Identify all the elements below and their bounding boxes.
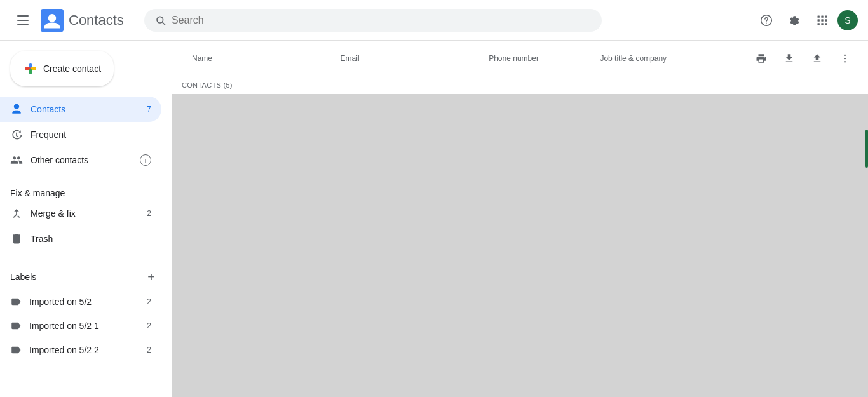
create-contact-button[interactable]: Create contact	[10, 51, 114, 86]
header-actions	[749, 46, 858, 71]
print-button[interactable]	[749, 46, 774, 71]
sidebar-item-trash[interactable]: Trash	[0, 226, 161, 252]
label-icon-1	[10, 296, 22, 307]
plus-colored-icon	[23, 61, 38, 76]
svg-rect-11	[821, 23, 823, 25]
labels-section-title: Labels +	[0, 257, 172, 290]
contacts-section-label: CONTACTS (5)	[172, 76, 868, 94]
fix-manage-section-title: Fix & manage	[0, 178, 172, 201]
sidebar-item-other-contacts-label: Other contacts	[31, 155, 130, 165]
sidebar: Create contact Contacts 7 Frequent Other…	[0, 41, 172, 397]
other-contacts-icon	[10, 154, 23, 166]
more-options-button[interactable]	[832, 46, 858, 71]
label-count-2: 2	[147, 321, 151, 330]
help-icon	[760, 14, 773, 27]
label-name-3: Imported on 5/2 2	[29, 345, 139, 355]
svg-rect-9	[825, 19, 827, 21]
main-layout: Create contact Contacts 7 Frequent Other…	[0, 41, 868, 397]
contacts-logo-icon	[41, 9, 64, 32]
plus-icon	[23, 61, 38, 76]
topbar: Contacts	[0, 0, 868, 41]
app-name: Contacts	[69, 12, 124, 29]
label-icon-3	[10, 344, 22, 356]
col-header-email: Email	[341, 54, 489, 63]
sidebar-item-frequent-label: Frequent	[31, 130, 151, 140]
search-icon	[154, 14, 166, 27]
svg-point-3	[766, 22, 766, 23]
svg-rect-10	[818, 23, 820, 25]
settings-button[interactable]	[782, 8, 807, 33]
user-avatar[interactable]: S	[837, 10, 858, 30]
download-icon	[783, 53, 795, 64]
svg-rect-18	[29, 69, 32, 74]
sidebar-item-label-3[interactable]: Imported on 5/2 2 2	[0, 338, 161, 362]
label-icon-2	[10, 320, 22, 332]
sidebar-item-other-contacts[interactable]: Other contacts i	[0, 147, 161, 173]
scroll-indicator	[865, 130, 868, 168]
svg-rect-12	[825, 23, 827, 25]
sidebar-item-frequent[interactable]: Frequent	[0, 122, 161, 147]
download-button[interactable]	[776, 46, 802, 71]
contacts-list-area[interactable]	[172, 94, 868, 397]
sidebar-item-merge-fix-label: Merge & fix	[31, 208, 139, 219]
create-contact-label: Create contact	[43, 64, 101, 74]
sidebar-item-trash-label: Trash	[31, 234, 151, 244]
svg-point-1	[48, 14, 57, 22]
add-label-button[interactable]: +	[141, 267, 161, 287]
svg-rect-8	[821, 19, 823, 21]
search-bar-inner[interactable]	[144, 9, 602, 32]
hamburger-icon	[17, 15, 29, 25]
apps-icon	[816, 14, 829, 27]
label-name-2: Imported on 5/2 1	[29, 321, 139, 331]
apps-button[interactable]	[810, 8, 835, 33]
history-icon	[10, 128, 23, 141]
app-logo: Contacts	[41, 9, 124, 32]
svg-rect-5	[821, 15, 823, 17]
svg-rect-4	[818, 15, 820, 17]
upload-icon	[811, 53, 823, 64]
sidebar-item-contacts-count: 7	[147, 105, 151, 114]
label-count-1: 2	[147, 297, 151, 306]
svg-rect-7	[818, 19, 820, 21]
sidebar-item-label-2[interactable]: Imported on 5/2 1 2	[0, 314, 161, 338]
print-icon	[756, 53, 767, 64]
label-name-1: Imported on 5/2	[29, 297, 139, 307]
more-vert-icon	[839, 53, 851, 64]
merge-icon	[10, 207, 23, 220]
other-contacts-info-icon[interactable]: i	[140, 154, 151, 166]
sidebar-item-merge-fix-count: 2	[147, 209, 151, 218]
sidebar-item-contacts-label: Contacts	[31, 104, 139, 114]
col-header-phone: Phone number	[489, 54, 600, 63]
label-count-3: 2	[147, 346, 151, 354]
column-headers: Name Email Phone number Job title & comp…	[172, 41, 868, 76]
svg-point-20	[844, 57, 846, 58]
search-input[interactable]	[172, 15, 592, 26]
menu-button[interactable]	[10, 8, 36, 33]
sidebar-item-merge-fix[interactable]: Merge & fix 2	[0, 201, 161, 226]
sidebar-item-label-1[interactable]: Imported on 5/2 2	[0, 290, 161, 314]
help-button[interactable]	[754, 8, 779, 33]
col-header-name: Name	[182, 54, 341, 63]
sidebar-item-contacts[interactable]: Contacts 7	[0, 97, 161, 122]
svg-point-19	[844, 54, 846, 55]
svg-rect-6	[825, 15, 827, 17]
person-icon	[10, 103, 23, 116]
upload-button[interactable]	[804, 46, 830, 71]
svg-point-21	[844, 61, 846, 62]
trash-icon	[10, 232, 23, 245]
col-header-job: Job title & company	[600, 54, 749, 63]
search-bar	[144, 9, 602, 32]
topbar-actions: S	[754, 8, 858, 33]
gear-icon	[788, 14, 801, 27]
content-area: Name Email Phone number Job title & comp…	[172, 41, 868, 397]
